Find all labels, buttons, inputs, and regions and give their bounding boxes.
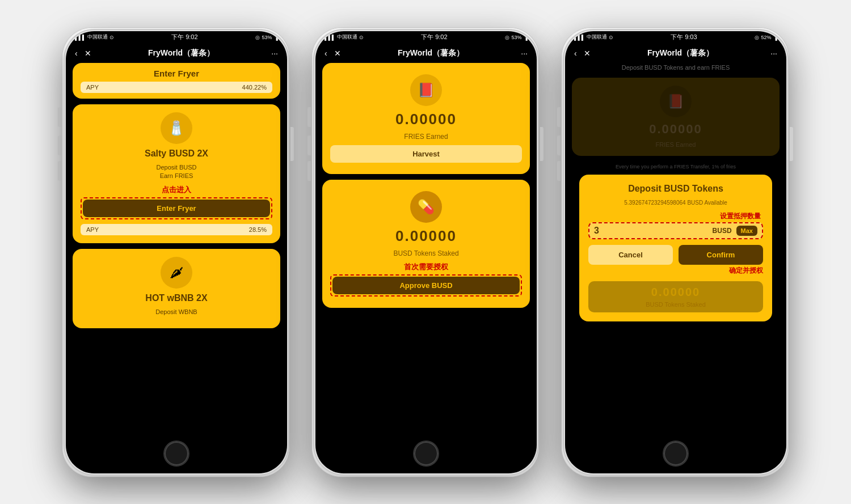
fries-value: 0.00000	[395, 111, 457, 128]
salty-apy-value: 28.5%	[249, 226, 267, 233]
phone-1-frame: ▌▌▌ 中国联通 ⊙ 下午 9:02 ◎ 53% ▐ ‹ ✕ FryWorld（…	[66, 31, 287, 473]
max-button[interactable]: Max	[736, 226, 757, 236]
phone-screen-3: Deposit BUSD Tokens and earn FRIES 📕 0.0…	[565, 63, 786, 434]
time-3: 下午 9:03	[671, 33, 697, 41]
busd-annotation: 首次需要授权	[404, 262, 448, 272]
battery-2: 53%	[512, 35, 522, 40]
phone-screen-1: Enter Fryer APY 440.22% 🧂 Salty BUSD 2X …	[66, 63, 287, 434]
phone-bottom-3	[565, 434, 786, 473]
modal-staked-info: 0.00000 BUSD Tokens Staked	[588, 281, 763, 312]
top-enter-fryer-card: Enter Fryer APY 440.22%	[73, 63, 280, 99]
home-button-1[interactable]	[163, 441, 189, 467]
deposit-modal-overlay: Deposit BUSD Tokens 5.392674723294598064…	[565, 63, 786, 434]
battery-3: 52%	[761, 35, 772, 40]
nav-left-1[interactable]: ‹ ✕	[75, 49, 91, 58]
modal-staked-value: 0.00000	[651, 286, 700, 299]
carrier-3: 中国联通	[587, 33, 607, 41]
home-button-2[interactable]	[413, 441, 439, 467]
battery-1: 53%	[262, 35, 272, 40]
close-icon-1[interactable]: ✕	[85, 49, 91, 58]
nav-left-3[interactable]: ‹ ✕	[574, 49, 591, 58]
back-icon-1[interactable]: ‹	[75, 49, 78, 58]
status-left-3: ▌▌▌ 中国联通 ⊙	[574, 33, 613, 41]
nav-right-1[interactable]: ···	[271, 49, 278, 58]
signal-icon-2: ▌▌▌	[325, 35, 335, 40]
enter-fryer-dashed: Enter Fryer	[81, 197, 272, 219]
status-bar-2: ▌▌▌ 中国联通 ⊙ 下午 9:02 ◎ 53% ▐	[315, 31, 537, 44]
confirm-annotation: 确定并授权	[729, 266, 763, 276]
busd-label: BUSD Tokens Staked	[393, 249, 458, 257]
phone-1: ▌▌▌ 中国联通 ⊙ 下午 9:02 ◎ 53% ▐ ‹ ✕ FryWorld（…	[62, 28, 289, 477]
close-icon-3[interactable]: ✕	[584, 49, 591, 58]
modal-staked-label: BUSD Tokens Staked	[646, 301, 706, 308]
close-icon-2[interactable]: ✕	[334, 49, 341, 58]
wifi-icon-2: ⊙	[359, 35, 364, 40]
phone-bottom-1	[66, 434, 287, 473]
battery-icon-2: ▐	[524, 35, 528, 40]
time-2: 下午 9:02	[421, 33, 447, 41]
phone-2: ▌▌▌ 中国联通 ⊙ 下午 9:02 ◎ 53% ▐ ‹ ✕ FryWorld（…	[312, 28, 539, 477]
cancel-button[interactable]: Cancel	[588, 245, 673, 265]
phone-bottom-2	[315, 434, 537, 473]
input-annotation: 设置抵押数量	[588, 211, 763, 221]
status-bar-3: ▌▌▌ 中国联通 ⊙ 下午 9:03 ◎ 52% ▐	[565, 31, 786, 44]
nav-right-2[interactable]: ···	[521, 49, 528, 58]
top-apy-bar: APY 440.22%	[81, 82, 272, 93]
nav-title-2: FryWorld（薯条）	[398, 48, 464, 58]
salty-apy-bar: APY 28.5%	[81, 224, 272, 235]
harvest-button[interactable]: Harvest	[330, 145, 522, 163]
top-apy-label: APY	[86, 84, 99, 91]
hot-subtitle: Deposit WBNB	[155, 308, 197, 316]
confirm-button[interactable]: Confirm	[679, 245, 763, 265]
fries-label: FRIES Earned	[404, 133, 448, 141]
battery-icon-3: ▐	[774, 35, 777, 40]
busd-card: 💊 0.00000 BUSD Tokens Staked 首次需要授权 Appr…	[322, 180, 530, 308]
signal-icon-1: ▌▌▌	[75, 35, 86, 40]
status-left-2: ▌▌▌ 中国联通 ⊙	[325, 33, 364, 41]
nav-bar-2: ‹ ✕ FryWorld（薯条） ···	[315, 44, 537, 63]
more-icon-3[interactable]: ···	[770, 49, 777, 58]
salty-annotation: 点击进入	[162, 185, 191, 195]
phone-screen-2: 📕 0.00000 FRIES Earned Harvest 💊 0.00000…	[315, 63, 537, 434]
salt-icon: 🧂	[161, 112, 192, 144]
status-right-1: ◎ 53% ▐	[255, 35, 278, 40]
more-icon-1[interactable]: ···	[271, 49, 278, 58]
modal-currency: BUSD	[713, 227, 732, 235]
hot-title: HOT wBNB 2X	[145, 293, 207, 303]
modal-input-row: 3 BUSD Max	[588, 222, 763, 239]
chili-icon: 🌶	[161, 257, 192, 289]
enter-fryer-button[interactable]: Enter Fryer	[83, 200, 270, 217]
home-button-3[interactable]	[663, 441, 689, 467]
location-icon-2: ◎	[505, 35, 509, 40]
battery-icon-1: ▐	[275, 35, 278, 40]
carrier-2: 中国联通	[337, 33, 357, 41]
nav-title-1: FryWorld（薯条）	[148, 48, 214, 58]
hot-card: 🌶 HOT wBNB 2X Deposit WBNB	[73, 249, 280, 328]
approve-button[interactable]: Approve BUSD	[332, 277, 520, 294]
location-icon-3: ◎	[755, 35, 759, 40]
pill-icon: 💊	[410, 191, 442, 223]
nav-bar-3: ‹ ✕ FryWorld（薯条） ···	[565, 44, 786, 63]
phone-content-2: 📕 0.00000 FRIES Earned Harvest 💊 0.00000…	[315, 63, 537, 434]
nav-left-2[interactable]: ‹ ✕	[325, 49, 341, 58]
top-apy-value: 440.22%	[242, 84, 267, 91]
more-icon-2[interactable]: ···	[521, 49, 528, 58]
back-icon-3[interactable]: ‹	[574, 49, 577, 58]
busd-value: 0.00000	[395, 227, 457, 245]
phones-container: ▌▌▌ 中国联通 ⊙ 下午 9:02 ◎ 53% ▐ ‹ ✕ FryWorld（…	[51, 16, 800, 488]
wifi-icon-3: ⊙	[609, 35, 613, 40]
salty-subtitle: Deposit BUSD Earn FRIES	[157, 163, 197, 181]
status-right-3: ◎ 52% ▐	[755, 35, 777, 40]
phone-content-1: Enter Fryer APY 440.22% 🧂 Salty BUSD 2X …	[66, 63, 287, 434]
modal-title: Deposit BUSD Tokens	[588, 184, 763, 194]
top-card-title: Enter Fryer	[154, 69, 199, 78]
phone-3: ▌▌▌ 中国联通 ⊙ 下午 9:03 ◎ 52% ▐ ‹ ✕ FryWorld（…	[562, 28, 789, 477]
phone-3-frame: ▌▌▌ 中国联通 ⊙ 下午 9:03 ◎ 52% ▐ ‹ ✕ FryWorld（…	[565, 31, 786, 473]
modal-input-value[interactable]: 3	[594, 226, 708, 236]
status-right-2: ◎ 53% ▐	[505, 35, 528, 40]
status-bar-1: ▌▌▌ 中国联通 ⊙ 下午 9:02 ◎ 53% ▐	[66, 31, 287, 44]
back-icon-2[interactable]: ‹	[325, 49, 327, 58]
nav-right-3[interactable]: ···	[770, 49, 777, 58]
location-icon-1: ◎	[255, 35, 260, 40]
book-icon: 📕	[410, 74, 442, 106]
